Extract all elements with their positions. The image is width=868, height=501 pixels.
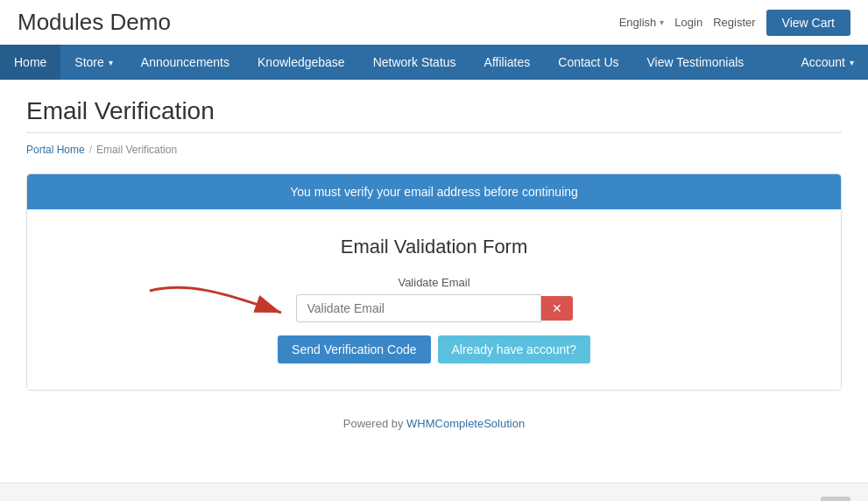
breadcrumb-home[interactable]: Portal Home	[26, 144, 85, 156]
title-divider	[26, 132, 842, 133]
breadcrumb-current: Email Verification	[96, 144, 177, 156]
login-link[interactable]: Login	[674, 16, 702, 29]
form-title: Email Validation Form	[341, 236, 528, 258]
view-cart-button[interactable]: View Cart	[766, 10, 850, 36]
back-to-top-button[interactable]: ▲	[821, 497, 850, 501]
input-group: ✕	[296, 294, 573, 322]
register-link[interactable]: Register	[713, 16, 755, 29]
field-label: Validate Email	[398, 276, 469, 289]
verification-card: You must verify your email address befor…	[26, 173, 842, 391]
nav-item-view-testimonials[interactable]: View Testimonials	[633, 45, 759, 80]
validate-email-input[interactable]	[296, 294, 541, 322]
nav-item-announcements[interactable]: Announcements	[127, 45, 243, 80]
language-selector[interactable]: English ▾	[619, 16, 665, 29]
already-have-account-button[interactable]: Already have account?	[438, 335, 590, 363]
powered-by-link[interactable]: WHMCompleteSolution	[406, 417, 525, 430]
nav-item-store[interactable]: Store ▾	[60, 45, 126, 80]
arrow-indicator	[132, 273, 307, 346]
account-chevron: ▾	[850, 58, 854, 67]
card-body: Email Validation Form Validate Email ✕ S…	[27, 209, 841, 390]
nav-item-network-status[interactable]: Network Status	[359, 45, 470, 80]
footer: Copyright © 2017 Modules Demo. All Right…	[0, 483, 868, 501]
store-chevron: ▾	[109, 58, 113, 67]
powered-by-text: Powered by	[343, 417, 406, 430]
top-right-controls: English ▾ Login Register View Cart	[619, 10, 850, 36]
site-title: Modules Demo	[18, 9, 171, 36]
alert-banner: You must verify your email address befor…	[27, 174, 841, 209]
page-title: Email Verification	[26, 97, 842, 125]
breadcrumb: Portal Home / Email Verification	[26, 144, 842, 156]
nav-bar: Home Store ▾ Announcements Knowledgebase…	[0, 45, 868, 80]
top-header: Modules Demo English ▾ Login Register Vi…	[0, 0, 868, 45]
nav-item-home[interactable]: Home	[0, 45, 60, 80]
button-group: Send Verification Code Already have acco…	[278, 335, 590, 363]
nav-item-affiliates[interactable]: Affiliates	[470, 45, 545, 80]
language-chevron: ▾	[660, 18, 664, 27]
breadcrumb-separator: /	[89, 144, 92, 156]
clear-button[interactable]: ✕	[541, 296, 573, 321]
arrow-svg	[132, 273, 307, 343]
account-label: Account	[801, 55, 845, 69]
language-label: English	[619, 16, 657, 29]
nav-item-knowledgebase[interactable]: Knowledgebase	[243, 45, 359, 80]
nav-item-account[interactable]: Account ▾	[787, 45, 868, 80]
powered-by: Powered by WHMCompleteSolution	[26, 417, 842, 430]
nav-item-contact-us[interactable]: Contact Us	[544, 45, 632, 80]
content-area: Email Verification Portal Home / Email V…	[0, 80, 868, 483]
